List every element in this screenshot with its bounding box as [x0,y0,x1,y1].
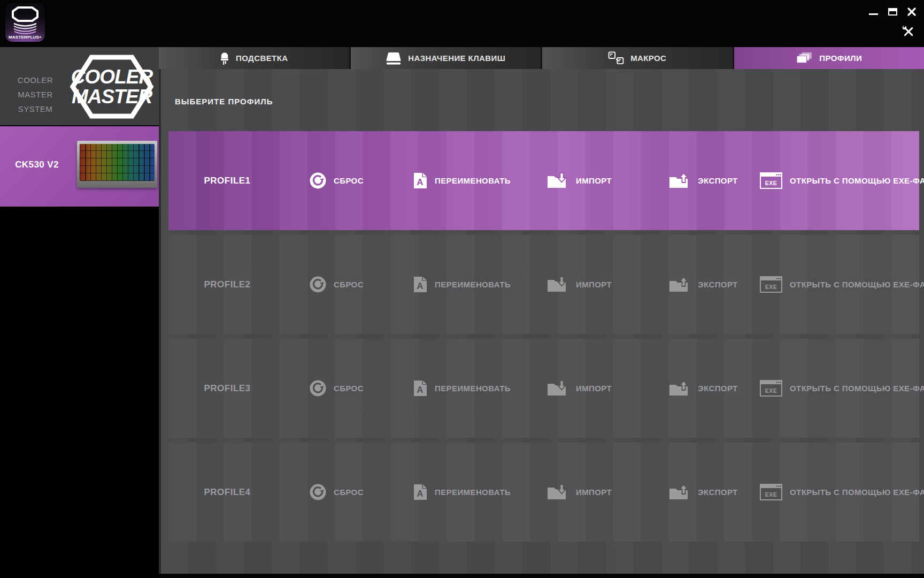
export-icon [669,380,690,397]
close-icon [907,7,916,16]
open-exe-button[interactable]: EXE ОТКРЫТЬ С ПОМОЩЬЮ EXE-ФАЙЛА [760,131,924,230]
open-exe-label: ОТКРЫТЬ С ПОМОЩЬЮ EXE-ФАЙЛА [790,280,924,289]
import-button[interactable]: ИМПОРТ [547,443,612,542]
tab-label: НАЗНАЧЕНИЕ КЛАВИШ [408,54,505,63]
reset-label: СБРОС [334,488,364,497]
export-icon [669,276,690,293]
tools-icon [902,25,915,39]
reset-label: СБРОС [334,280,364,289]
export-icon [669,172,690,189]
svg-text:EXE: EXE [765,180,777,186]
profile-row-2[interactable]: PROFILE2 СБРОС A ПЕРЕИМЕНОВАТЬ [168,235,919,334]
device-item-ck530v2[interactable]: CK530 V2 [0,126,159,207]
profiles-list: PROFILE1 СБРОС A ПЕРЕИМЕНОВАТЬ [161,69,924,574]
sidebar-header: COOLER MASTER SYSTEM COOLER MASTER [0,47,159,125]
tab-key-assignment[interactable]: НАЗНАЧЕНИЕ КЛАВИШ [349,47,541,69]
open-exe-button[interactable]: EXE ОТКРЫТЬ С ПОМОЩЬЮ EXE-ФАЙЛА [760,235,924,334]
reset-icon [310,380,326,397]
minimize-button[interactable] [867,6,879,17]
profile-row-1[interactable]: PROFILE1 СБРОС A ПЕРЕИМЕНОВАТЬ [168,131,919,230]
exe-file-icon: EXE [760,172,782,189]
keyboard-image [77,141,157,188]
svg-text:A: A [417,281,424,291]
cm-logo-line1: COOLER [71,66,153,88]
export-button[interactable]: ЭКСПОРТ [669,131,738,230]
titlebar: MASTERPLUS+ [0,0,924,46]
svg-text:EXE: EXE [765,284,777,290]
profile-name: PROFILE3 [179,339,275,438]
masterplus-logo-text: MASTERPLUS+ [9,35,42,40]
device-name: CK530 V2 [7,159,66,170]
tab-lighting[interactable]: ПОДСВЕТКА [159,47,349,69]
rename-label: ПЕРЕИМЕНОВАТЬ [435,280,511,289]
maximize-icon [888,8,897,16]
import-icon [547,484,568,500]
maximize-button[interactable] [887,6,898,17]
export-label: ЭКСПОРТ [698,384,738,393]
cm-logo-line2: MASTER [72,86,153,108]
rename-button[interactable]: A ПЕРЕИМЕНОВАТЬ [413,131,511,230]
profile-row-3[interactable]: PROFILE3 СБРОС A ПЕРЕИМЕНОВАТЬ [168,339,919,438]
reset-label: СБРОС [334,176,364,185]
exe-file-icon: EXE [760,276,782,293]
sidebar: COOLER MASTER SYSTEM COOLER MASTER CK530… [0,47,159,578]
import-icon [547,172,568,189]
reset-icon [310,172,326,189]
import-label: ИМПОРТ [576,488,612,497]
tab-macro[interactable]: МАКРОС [541,47,733,69]
profile-name: PROFILE4 [179,443,275,542]
reset-button[interactable]: СБРОС [310,443,364,542]
system-label: COOLER MASTER SYSTEM [0,73,71,116]
export-label: ЭКСПОРТ [698,176,738,185]
open-exe-button[interactable]: EXE ОТКРЫТЬ С ПОМОЩЬЮ EXE-ФАЙЛА [760,443,924,542]
reset-button[interactable]: СБРОС [310,235,364,334]
exe-file-icon: EXE [760,380,782,397]
rename-label: ПЕРЕИМЕНОВАТЬ [435,176,511,185]
reset-icon [310,276,326,293]
export-button[interactable]: ЭКСПОРТ [669,339,738,438]
tab-label: ПРОФИЛИ [819,54,862,63]
led-icon [220,51,229,65]
export-label: ЭКСПОРТ [698,488,738,497]
masterplus-logo: MASTERPLUS+ [5,3,45,42]
import-icon [547,380,568,397]
open-exe-label: ОТКРЫТЬ С ПОМОЩЬЮ EXE-ФАЙЛА [790,488,924,497]
open-exe-label: ОТКРЫТЬ С ПОМОЩЬЮ EXE-ФАЙЛА [790,384,924,393]
import-button[interactable]: ИМПОРТ [547,339,612,438]
import-label: ИМПОРТ [576,280,612,289]
import-label: ИМПОРТ [576,384,612,393]
tab-profiles[interactable]: ПРОФИЛИ [733,47,924,69]
close-button[interactable] [906,6,918,17]
settings-button[interactable] [902,25,915,39]
reset-icon [310,484,326,500]
rename-icon: A [413,380,427,397]
tabbar: ПОДСВЕТКА НАЗНАЧЕНИЕ КЛАВИШ МАКРОС ПРОФИ… [159,47,924,69]
main-area: ВЫБЕРИТЕ ПРОФИЛЬ PROFILE1 СБРОС A П [159,69,924,574]
import-button[interactable]: ИМПОРТ [547,235,612,334]
export-icon [669,484,690,500]
profile-row-4[interactable]: PROFILE4 СБРОС A ПЕРЕИМЕНОВАТЬ [168,443,919,542]
export-button[interactable]: ЭКСПОРТ [669,443,738,542]
import-button[interactable]: ИМПОРТ [547,131,612,230]
svg-text:A: A [417,489,424,499]
svg-text:EXE: EXE [765,387,777,394]
reset-label: СБРОС [334,384,364,393]
rename-icon: A [413,172,427,189]
rename-label: ПЕРЕИМЕНОВАТЬ [435,384,511,393]
rename-button[interactable]: A ПЕРЕИМЕНОВАТЬ [413,443,511,542]
open-exe-button[interactable]: EXE ОТКРЫТЬ С ПОМОЩЬЮ EXE-ФАЙЛА [760,339,924,438]
export-button[interactable]: ЭКСПОРТ [669,235,738,334]
reset-button[interactable]: СБРОС [310,131,364,230]
rename-button[interactable]: A ПЕРЕИМЕНОВАТЬ [413,339,511,438]
profile-name: PROFILE1 [179,131,275,230]
profile-name: PROFILE2 [179,235,275,334]
svg-text:A: A [417,177,424,187]
rename-button[interactable]: A ПЕРЕИМЕНОВАТЬ [413,235,511,334]
rename-icon: A [413,484,427,500]
reset-button[interactable]: СБРОС [310,339,364,438]
import-label: ИМПОРТ [576,176,612,185]
export-label: ЭКСПОРТ [698,280,738,289]
import-icon [547,276,568,293]
minimize-icon [869,13,878,15]
cooler-master-logo: COOLER MASTER [69,54,155,122]
